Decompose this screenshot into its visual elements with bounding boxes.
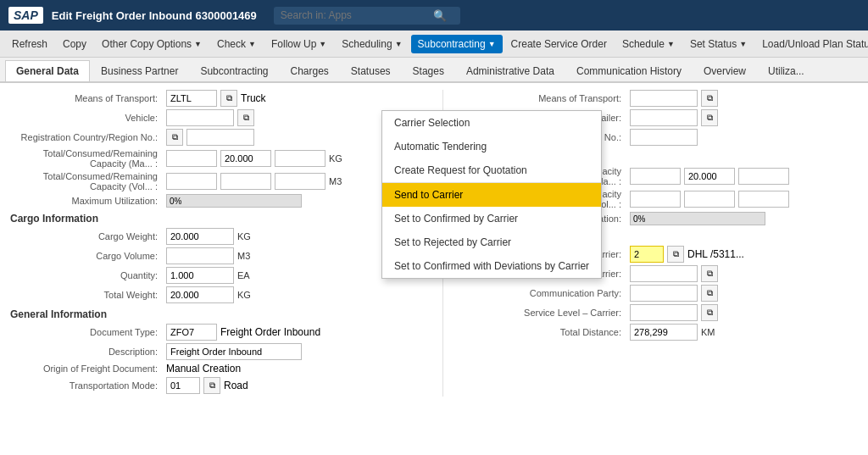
doc-type-input[interactable] xyxy=(166,324,217,341)
tab-charges[interactable]: Charges xyxy=(280,60,340,81)
capacity-vol-row: Total/Consumed/Remaining Capacity (Vol..… xyxy=(10,171,426,191)
total-distance-label: Total Distance: xyxy=(457,327,626,337)
tab-business-partner[interactable]: Business Partner xyxy=(90,60,189,81)
tab-communication-history[interactable]: Communication History xyxy=(565,60,693,81)
comm-party-label: Communication Party: xyxy=(457,288,626,298)
trailer-input[interactable] xyxy=(630,109,698,126)
origin-label: Origin of Freight Document: xyxy=(10,363,163,374)
capacity-vol-input1[interactable] xyxy=(166,173,217,190)
total-distance-input[interactable] xyxy=(630,324,698,341)
follow-up-button[interactable]: Follow Up ▼ xyxy=(264,35,333,53)
capacity-mass-unit: KG xyxy=(329,153,350,164)
service-level-copy-button[interactable]: ⧉ xyxy=(701,304,718,321)
set-confirmed-item[interactable]: Set to Confirmed by Carrier xyxy=(382,207,601,230)
copy-button[interactable]: Copy xyxy=(56,35,93,53)
means-of-transport-row: Means of Transport: ⧉ Truck xyxy=(10,90,426,107)
vehicle-input[interactable] xyxy=(166,109,234,126)
chevron-down-icon: ▼ xyxy=(739,40,747,48)
vehicle-copy-button[interactable]: ⧉ xyxy=(237,109,254,126)
other-copy-button[interactable]: Other Copy Options ▼ xyxy=(95,35,209,53)
capacity-vol-input2[interactable] xyxy=(220,173,271,190)
reg-country-label: Registration Country/Region No.: xyxy=(10,132,163,142)
set-confirmed-deviations-item[interactable]: Set to Confirmed with Deviations by Carr… xyxy=(382,254,601,278)
transport-mode-input[interactable] xyxy=(166,377,200,394)
set-rejected-item[interactable]: Set to Rejected by Carrier xyxy=(382,230,601,254)
set-status-button[interactable]: Set Status ▼ xyxy=(683,35,754,53)
right-capacity-mass-input2[interactable] xyxy=(684,168,735,185)
load-unload-button[interactable]: Load/Unload Plan Status (Stop) ▼ xyxy=(755,35,868,53)
capacity-vol-label: Total/Consumed/Remaining Capacity (Vol..… xyxy=(10,171,163,191)
comm-party-input[interactable] xyxy=(630,285,698,302)
tab-stages[interactable]: Stages xyxy=(402,60,455,81)
tab-utilization[interactable]: Utiliza... xyxy=(757,60,815,81)
reg-country-input[interactable] xyxy=(186,129,254,146)
search-bar[interactable]: 🔍 xyxy=(274,7,460,25)
doc-type-label: Document Type: xyxy=(10,327,163,337)
right-transport-copy-button[interactable]: ⧉ xyxy=(701,90,718,107)
means-transport-label: Means of Transport: xyxy=(10,93,163,103)
right-max-util-progress: 0% xyxy=(630,212,765,225)
carrier-input[interactable] xyxy=(630,246,664,263)
cargo-weight-input[interactable] xyxy=(166,228,234,245)
capacity-mass-input1[interactable] xyxy=(166,150,217,167)
comm-party-row: Communication Party: ⧉ xyxy=(457,285,858,302)
right-capacity-mass-input3[interactable] xyxy=(738,168,789,185)
create-service-order-button[interactable]: Create Service Order xyxy=(504,35,614,53)
capacity-mass-input3[interactable] xyxy=(275,150,326,167)
exec-carrier-copy-button[interactable]: ⧉ xyxy=(701,265,718,282)
subcontracting-button[interactable]: Subcontracting ▼ xyxy=(411,35,503,53)
transport-copy-button[interactable]: ⧉ xyxy=(220,90,237,107)
cargo-section-label: Cargo Information xyxy=(10,213,426,225)
max-util-label: Maximum Utilization: xyxy=(10,196,163,206)
general-info-label: General Information xyxy=(10,308,426,320)
transport-type-text: Truck xyxy=(241,92,266,104)
schedule-button[interactable]: Schedule ▼ xyxy=(615,35,682,53)
quantity-unit: EA xyxy=(237,270,259,280)
total-weight-input[interactable] xyxy=(166,286,234,303)
tab-subcontracting[interactable]: Subcontracting xyxy=(189,60,279,81)
check-button[interactable]: Check ▼ xyxy=(210,35,263,53)
right-capacity-vol-input3[interactable] xyxy=(738,191,789,208)
automatic-tendering-item[interactable]: Automatic Tendering xyxy=(382,135,601,158)
tab-statuses[interactable]: Statuses xyxy=(340,60,402,81)
subcontracting-dropdown: Carrier Selection Automatic Tendering Cr… xyxy=(381,110,602,279)
top-bar: SAP Edit Freight Order Inbound 630000146… xyxy=(0,0,868,31)
send-to-carrier-item[interactable]: Send to Carrier xyxy=(382,183,601,207)
capacity-mass-input2[interactable] xyxy=(220,150,271,167)
carrier-selection-item[interactable]: Carrier Selection xyxy=(382,111,601,135)
search-input[interactable] xyxy=(281,9,433,21)
transport-mode-label: Transportation Mode: xyxy=(10,380,163,391)
quantity-input[interactable] xyxy=(166,267,234,284)
refresh-button[interactable]: Refresh xyxy=(5,35,54,53)
main-content: Carrier Selection Automatic Tendering Cr… xyxy=(0,83,868,455)
right-capacity-vol-input2[interactable] xyxy=(684,191,735,208)
chevron-down-icon: ▼ xyxy=(395,40,403,48)
cargo-vol-input[interactable] xyxy=(166,247,234,264)
right-means-transport-row: Means of Transport: ⧉ xyxy=(457,90,858,107)
description-input[interactable] xyxy=(166,343,302,360)
total-weight-unit: KG xyxy=(237,290,259,300)
scheduling-button[interactable]: Scheduling ▼ xyxy=(335,35,409,53)
service-level-input[interactable] xyxy=(630,304,698,321)
means-transport-input[interactable] xyxy=(166,90,217,107)
quantity-label: Quantity: xyxy=(10,270,163,280)
reg-country-copy-button[interactable]: ⧉ xyxy=(166,129,183,146)
carrier-copy-button[interactable]: ⧉ xyxy=(667,246,684,263)
right-capacity-vol-input1[interactable] xyxy=(630,191,681,208)
create-rfq-item[interactable]: Create Request for Quotation xyxy=(382,158,601,182)
right-capacity-mass-input1[interactable] xyxy=(630,168,681,185)
right-reg-country-input[interactable] xyxy=(630,129,698,146)
transport-mode-copy-button[interactable]: ⧉ xyxy=(203,377,220,394)
chevron-down-icon: ▼ xyxy=(667,40,675,48)
tab-general-data[interactable]: General Data xyxy=(5,60,90,83)
vehicle-label: Vehicle: xyxy=(10,113,163,123)
right-means-transport-input[interactable] xyxy=(630,90,698,107)
capacity-vol-input3[interactable] xyxy=(275,173,326,190)
trailer-copy-button[interactable]: ⧉ xyxy=(701,109,718,126)
chevron-down-icon: ▼ xyxy=(248,40,256,48)
tab-administrative-data[interactable]: Administrative Data xyxy=(455,60,565,81)
comm-party-copy-button[interactable]: ⧉ xyxy=(701,285,718,302)
executing-carrier-input[interactable] xyxy=(630,265,698,282)
total-distance-unit: KM xyxy=(701,327,722,337)
tab-overview[interactable]: Overview xyxy=(693,60,757,81)
